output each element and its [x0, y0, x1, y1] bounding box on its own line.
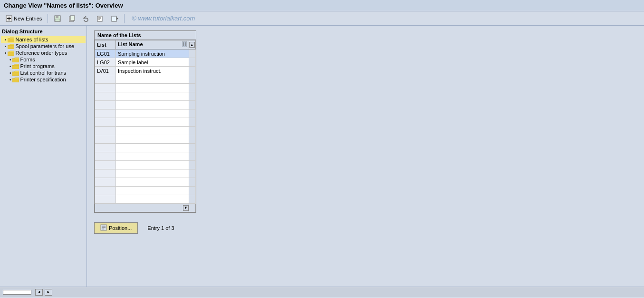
scroll-right-button[interactable]: ► [45, 289, 52, 296]
table-panel: Name of the Lists List List Name [94, 30, 196, 213]
table-panel-header: Name of the Lists [95, 31, 196, 40]
svg-rect-22 [182, 41, 187, 47]
table-row-empty [95, 109, 196, 118]
bullet: • [10, 70, 11, 76]
sidebar-printer-spec-label: Printer specification [20, 77, 66, 82]
sidebar-item-reference-order-types[interactable]: • Reference order types [1, 50, 86, 56]
table-row-empty [95, 75, 196, 84]
new-entries-label: New Entries [14, 16, 42, 21]
svg-rect-16 [8, 45, 14, 49]
toolbar-separator-1 [48, 14, 48, 23]
main-layout: Dialog Structure • Names of lists • Spoo… [0, 26, 644, 287]
sidebar-item-spool-parameters[interactable]: • Spool parameters for use [1, 43, 86, 50]
position-area: Position... Entry 1 of 3 [94, 222, 637, 234]
scroll-track-cell [189, 50, 195, 58]
bullet: • [5, 44, 7, 49]
toolbar-separator-2 [124, 14, 125, 23]
folder-icon [8, 44, 14, 49]
copy2-button[interactable] [94, 14, 106, 23]
new-entries-button[interactable]: New Entries [3, 14, 44, 23]
toolbar: New Entries [0, 11, 644, 26]
folder-icon [12, 64, 19, 69]
sidebar-item-printer-specification[interactable]: • Printer specification [1, 76, 86, 83]
svg-rect-7 [70, 16, 75, 20]
position-icon [100, 224, 107, 232]
sidebar-ref-order-label: Reference order types [16, 50, 67, 56]
name-cell: Sampling instruction [115, 50, 189, 58]
sidebar-list-control-label: List control for trans [20, 70, 67, 76]
sidebar-item-names-of-lists[interactable]: • Names of lists [1, 36, 86, 43]
undo-button[interactable] [80, 14, 92, 23]
svg-rect-21 [12, 79, 19, 82]
table-row-empty [95, 169, 196, 178]
table-row[interactable]: LG02 Sample label [95, 58, 196, 67]
table-row-empty [95, 161, 196, 169]
position-button[interactable]: Position... [94, 222, 138, 234]
title-text: Change View "Names of lists": Overview [4, 2, 123, 9]
folder-icon [12, 57, 19, 62]
undo-icon [82, 15, 90, 22]
name-cell: Sample label [115, 58, 189, 67]
table-row[interactable]: LV01 Inspection instruct. [95, 67, 196, 75]
sidebar-names-of-lists-label: Names of lists [16, 37, 48, 42]
table-row-empty [95, 144, 196, 152]
content-area: Name of the Lists List List Name [87, 26, 644, 287]
save-button[interactable] [51, 14, 64, 23]
col-header-list-name: List Name [115, 40, 189, 50]
scroll-left-button[interactable]: ◄ [35, 289, 43, 296]
list-cell: LG01 [95, 50, 116, 58]
folder-icon [8, 50, 14, 56]
new-entries-icon [5, 15, 13, 22]
svg-rect-17 [8, 52, 14, 56]
svg-rect-20 [12, 72, 19, 76]
save-icon [54, 15, 61, 22]
sidebar-forms-label: Forms [20, 57, 35, 62]
data-table: List List Name [95, 40, 196, 212]
scroll-track-cell [189, 58, 195, 67]
sidebar-spool-label: Spool parameters for use [16, 43, 75, 49]
svg-marker-14 [116, 17, 118, 20]
table-row-empty [95, 135, 196, 144]
table-row-empty [95, 178, 196, 187]
scroll-header: ▲ [189, 40, 195, 50]
status-scroll[interactable] [3, 290, 31, 295]
sidebar-item-list-control[interactable]: • List control for trans [1, 70, 86, 76]
status-bar: ◄ ► [0, 287, 644, 297]
bullet: • [10, 64, 11, 69]
sidebar: Dialog Structure • Names of lists • Spoo… [0, 26, 87, 287]
bullet: • [10, 77, 11, 82]
scroll-down-arrow[interactable]: ▼ [183, 205, 189, 211]
svg-rect-4 [56, 16, 58, 18]
name-cell: Inspection instruct. [115, 67, 189, 75]
move-button[interactable] [108, 14, 121, 23]
sidebar-print-programs-label: Print programs [20, 63, 55, 69]
table-row-empty [95, 127, 196, 135]
folder-icon [12, 70, 19, 76]
bullet: • [5, 50, 7, 56]
table-row-empty [95, 195, 196, 204]
table-row-empty [95, 92, 196, 101]
copy2-icon [96, 15, 104, 22]
copy-button[interactable] [66, 14, 78, 23]
sidebar-item-forms[interactable]: • Forms [1, 56, 86, 63]
list-cell: LG02 [95, 58, 116, 67]
table-row-empty [95, 118, 196, 127]
table-row-empty [95, 84, 196, 92]
position-button-label: Position... [109, 225, 132, 231]
folder-icon [12, 77, 19, 82]
sidebar-item-print-programs[interactable]: • Print programs [1, 63, 86, 70]
scroll-up-arrow[interactable]: ▲ [189, 42, 195, 48]
title-bar: Change View "Names of lists": Overview [0, 0, 644, 11]
svg-rect-5 [55, 19, 60, 21]
sidebar-title: Dialog Structure [1, 29, 86, 34]
bullet: • [10, 57, 11, 62]
col-resize-icon[interactable] [182, 41, 187, 48]
scroll-track-cell [189, 67, 195, 75]
move-icon [111, 15, 118, 22]
table-row-empty [95, 187, 196, 195]
table-row-empty [95, 101, 196, 109]
copy-icon [68, 15, 76, 22]
svg-rect-18 [12, 59, 19, 62]
table-row[interactable]: LG01 Sampling instruction [95, 50, 196, 58]
svg-rect-13 [112, 16, 116, 21]
